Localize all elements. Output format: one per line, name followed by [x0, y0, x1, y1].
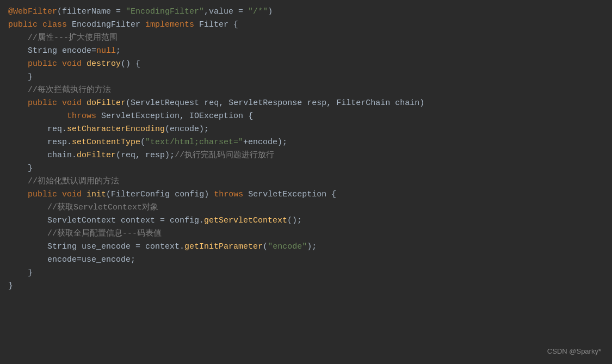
plain-33: context = config. — [116, 216, 204, 225]
type-servletctx: ServletContext — [47, 216, 116, 225]
plain-8: ; — [116, 46, 121, 55]
indent-12 — [8, 203, 47, 212]
code-editor: @WebFilter(filterName = "EncodingFilter"… — [0, 0, 612, 364]
plain-20: req. — [47, 125, 67, 134]
code-line-8: public void doFilter(ServletRequest req,… — [8, 97, 604, 110]
code-line-20: encode=use_encode; — [8, 254, 604, 267]
indent-1 — [8, 33, 28, 42]
indent-5 — [8, 98, 28, 108]
indent-8 — [8, 138, 47, 147]
comment-6: //获取全局配置信息---码表值 — [47, 229, 162, 238]
code-line-12: chain.doFilter(req, resp);//执行完乱码问题进行放行 — [8, 149, 604, 162]
code-line-11: resp.setContentType("text/html;charset="… — [8, 136, 604, 149]
string-1: "EncodingFilter" — [126, 7, 204, 16]
string-4: "encode" — [268, 242, 307, 251]
plain-37: ); — [307, 242, 317, 251]
plain-3: value = — [209, 7, 248, 16]
method-dofilter: doFilter — [86, 98, 126, 108]
plain-24: +encode); — [243, 138, 287, 147]
plain-38: encode=use_encode; — [47, 255, 135, 264]
comment-3: //执行完乱码问题进行放行 — [175, 151, 274, 160]
comment-5: //获取ServletContext对象 — [47, 203, 158, 212]
kw-throws-2: throws — [214, 190, 243, 199]
plain-4: ) — [268, 7, 273, 16]
method-init: init — [86, 190, 106, 199]
indent-3 — [8, 59, 28, 69]
kw-public-3: public void — [28, 98, 82, 108]
plain-39: } — [8, 268, 33, 277]
kw-implements: implements — [145, 20, 194, 29]
kw-public-4: public void — [28, 190, 82, 199]
type-servletex: ServletException — [101, 112, 180, 121]
code-line-18: //获取全局配置信息---码表值 — [8, 227, 604, 240]
plain-15: resp, — [302, 98, 336, 108]
watermark: CSDN @Sparky* — [547, 346, 601, 357]
type-string-2: String — [47, 242, 77, 251]
method-destroy: destroy — [86, 59, 121, 69]
plain-11: } — [8, 72, 33, 82]
plain-29: ( — [106, 190, 111, 199]
annotation-webfilter: @WebFilter — [8, 7, 57, 16]
plain-14: req, — [199, 98, 228, 108]
plain-21: (encode); — [165, 125, 209, 134]
type-ioex: IOException — [189, 112, 243, 121]
code-line-14: //初始化默认调用的方法 — [8, 175, 604, 188]
indent-16 — [8, 255, 47, 264]
plain-16: chain) — [390, 98, 424, 108]
plain-19: { — [243, 112, 253, 121]
code-line-2: public class EncodingFilter implements F… — [8, 18, 604, 32]
code-line-16: //获取ServletContext对象 — [8, 201, 604, 214]
kw-public-2: public void — [28, 59, 82, 69]
plain-17 — [96, 112, 101, 121]
indent-9 — [8, 151, 47, 160]
plain-5: EncodingFilter — [67, 20, 145, 29]
plain-12 — [82, 98, 86, 108]
plain-36: ( — [263, 242, 268, 251]
kw-null: null — [96, 46, 116, 55]
indent-11 — [8, 190, 28, 199]
code-line-22: } — [8, 280, 604, 293]
plain-25: chain. — [47, 151, 77, 160]
string-2: "/*" — [248, 7, 268, 16]
indent-2 — [8, 46, 28, 55]
plain-28 — [82, 190, 86, 199]
method-getinitparam: getInitParameter — [184, 242, 263, 251]
code-line-21: } — [8, 267, 604, 280]
code-line-15: public void init(FilterConfig config) th… — [8, 188, 604, 201]
plain-40: } — [8, 281, 13, 291]
type-string-1: String — [28, 46, 57, 55]
plain-7: encode= — [57, 46, 96, 55]
plain-10: () { — [121, 59, 140, 69]
plain-26: (req, resp); — [116, 151, 175, 160]
indent-6 — [8, 112, 67, 121]
code-line-3: //属性---扩大使用范围 — [8, 32, 604, 45]
plain-18: , — [180, 112, 189, 121]
code-line-13: } — [8, 162, 604, 175]
type-servletreq: ServletRequest — [131, 98, 199, 108]
plain-22: resp. — [47, 138, 72, 147]
plain-34: (); — [287, 216, 302, 225]
kw-throws-1: throws — [67, 112, 96, 121]
indent-15 — [8, 242, 47, 251]
code-line-19: String use_encode = context.getInitParam… — [8, 240, 604, 254]
comment-4: //初始化默认调用的方法 — [28, 177, 119, 186]
code-line-5: public void destroy() { — [8, 58, 604, 71]
type-filterconfig: FilterConfig — [111, 190, 170, 199]
plain-30: config) — [170, 190, 214, 199]
type-servletresp: ServletResponse — [228, 98, 302, 108]
plain-35: use_encode = context. — [77, 242, 184, 251]
indent-13 — [8, 216, 47, 225]
code-line-1: @WebFilter(filterName = "EncodingFilter"… — [8, 5, 604, 18]
plain-2: , — [204, 7, 209, 16]
indent-14 — [8, 229, 47, 238]
plain-31 — [243, 190, 248, 199]
kw-public-1: public class — [8, 20, 67, 29]
plain-27: } — [8, 164, 33, 173]
code-line-9: throws ServletException, IOException { — [8, 110, 604, 123]
indent-7 — [8, 125, 47, 134]
plain-32: { — [326, 190, 336, 199]
code-line-17: ServletContext context = config.getServl… — [8, 214, 604, 227]
code-line-6: } — [8, 71, 604, 84]
comment-2: //每次拦截执行的方法 — [28, 85, 111, 95]
plain-23: ( — [140, 138, 145, 147]
